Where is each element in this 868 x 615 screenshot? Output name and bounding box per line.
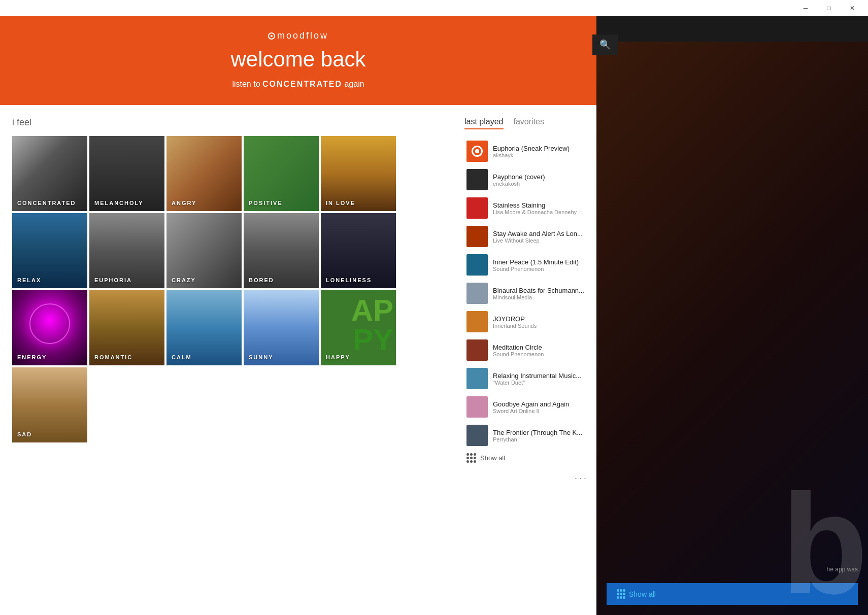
track-thumbnail — [466, 169, 488, 190]
track-artist: eriekakosh — [493, 181, 594, 187]
mood-item-bored[interactable]: BORED — [244, 213, 319, 288]
track-title: Stainless Staining — [493, 201, 594, 209]
logo-text: moodflow — [277, 30, 328, 41]
mood-label-sunny: SUNNY — [249, 354, 274, 360]
track-artist: Perrythan — [493, 436, 594, 442]
mood-item-loneliness[interactable]: LONELINESS — [321, 213, 396, 288]
mood-item-angry[interactable]: ANGRY — [166, 136, 242, 211]
mood-item-euphoria[interactable]: EUPHORIA — [89, 213, 164, 288]
app-container: moodflow welcome back listen to CONCENTR… — [0, 16, 596, 615]
mood-item-crazy[interactable]: CRAZY — [166, 213, 242, 288]
track-item[interactable]: Inner Peace (1.5 Minute Edit)Sound Pheno… — [464, 251, 596, 279]
show-all-label: Show all — [480, 454, 505, 462]
mood-item-relax[interactable]: RELAX — [12, 213, 87, 288]
track-info: Stainless StainingLisa Moore & Donnacha … — [493, 201, 594, 215]
track-info: Payphone (cover)eriekakosh — [493, 173, 594, 187]
mood-label-relax: RELAX — [17, 277, 41, 283]
track-info: Relaxing Instrumental Music..."Water Due… — [493, 372, 594, 386]
track-thumbnail — [466, 226, 488, 247]
mood-grid: CONCENTRATEDMELANCHOLYANGRYPOSITIVEIN LO… — [12, 136, 454, 442]
track-list: Euphoria (Sneak Preview)akshaykPayphone … — [464, 138, 596, 449]
track-artist: Lisa Moore & Donnacha Dennehy — [493, 209, 594, 215]
search-box[interactable]: 🔍 — [592, 35, 618, 55]
track-thumbnail — [466, 283, 488, 304]
track-item[interactable]: The Frontier (Through The K...Perrythan — [464, 422, 596, 449]
side-letter: b — [781, 473, 868, 615]
track-thumbnail — [466, 141, 488, 162]
track-title: Euphoria (Sneak Preview) — [493, 145, 594, 152]
track-info: JOYDROPInnerland Sounds — [493, 315, 594, 329]
mood-label-concentrated: CONCENTRATED — [17, 200, 76, 206]
track-title: Inner Peace (1.5 Minute Edit) — [493, 258, 594, 266]
mood-item-positive[interactable]: POSITIVE — [244, 136, 319, 211]
track-artist: akshayk — [493, 152, 594, 158]
track-item[interactable]: Meditation CircleSound Phenomenon — [464, 336, 596, 364]
mood-label-romantic: ROMANTIC — [94, 354, 132, 360]
header: moodflow welcome back listen to CONCENTR… — [0, 16, 596, 105]
mood-label-angry: ANGRY — [172, 200, 196, 206]
mood-item-concentrated[interactable]: CONCENTRATED — [12, 136, 87, 211]
minimize-button[interactable]: ─ — [794, 0, 817, 16]
app-logo: moodflow — [0, 30, 596, 41]
track-info: Meditation CircleSound Phenomenon — [493, 344, 594, 357]
listen-mood: CONCENTRATED — [262, 80, 342, 88]
mood-label-crazy: CRAZY — [172, 277, 196, 283]
track-info: Euphoria (Sneak Preview)akshayk — [493, 145, 594, 158]
track-artist: Live Without Sleep — [493, 237, 594, 244]
mood-label-energy: ENERGY — [17, 354, 47, 360]
track-item[interactable]: Stainless StainingLisa Moore & Donnacha … — [464, 194, 596, 222]
tab-last-played[interactable]: last played — [464, 117, 504, 129]
track-info: Inner Peace (1.5 Minute Edit)Sound Pheno… — [493, 258, 594, 272]
mood-item-calm[interactable]: CALM — [166, 290, 242, 365]
track-title: Relaxing Instrumental Music... — [493, 372, 594, 380]
track-thumbnail — [466, 425, 488, 446]
content-area: i feel CONCENTRATEDMELANCHOLYANGRYPOSITI… — [0, 105, 596, 615]
track-thumbnail — [466, 311, 488, 332]
track-title: Goodbye Again and Again — [493, 400, 594, 408]
mood-item-romantic[interactable]: ROMANTIC — [89, 290, 164, 365]
mood-item-in-love[interactable]: IN LOVE — [321, 136, 396, 211]
listen-prefix: listen to — [232, 80, 262, 88]
maximize-button[interactable]: □ — [817, 0, 841, 16]
listen-suffix: again — [342, 80, 364, 88]
track-title: Binaural Beats for Schumann... — [493, 287, 594, 294]
track-artist: Sword Art Online II — [493, 408, 594, 414]
mood-label-bored: BORED — [249, 277, 274, 283]
track-artist: Sound Phenomenon — [493, 351, 594, 357]
track-thumbnail — [466, 339, 488, 361]
track-item[interactable]: Euphoria (Sneak Preview)akshayk — [464, 138, 596, 165]
side-show-all-icon — [617, 589, 625, 599]
track-info: Stay Awake and Alert As Lon...Live Witho… — [493, 230, 594, 244]
mood-label-happy: HAPPY — [326, 354, 350, 360]
mood-item-energy[interactable]: ENERGY — [12, 290, 87, 365]
track-item[interactable]: Relaxing Instrumental Music..."Water Due… — [464, 365, 596, 392]
mood-label-euphoria: EUPHORIA — [94, 277, 132, 283]
window-chrome: ─ □ ✕ — [0, 0, 868, 16]
mood-label-loneliness: LONELINESS — [326, 277, 372, 283]
mood-item-melancholy[interactable]: MELANCHOLY — [89, 136, 164, 211]
bottom-dots: ... — [464, 467, 596, 486]
track-title: Meditation Circle — [493, 344, 594, 351]
show-all-row[interactable]: Show all — [464, 449, 596, 467]
mood-label-melancholy: MELANCHOLY — [94, 200, 144, 206]
tab-favorites[interactable]: favorites — [514, 117, 544, 129]
track-thumbnail — [466, 197, 488, 219]
right-panel: last played favorites Euphoria (Sneak Pr… — [454, 117, 596, 615]
search-icon: 🔍 — [599, 39, 611, 50]
mood-item-sad[interactable]: SAD — [12, 367, 87, 442]
track-item[interactable]: JOYDROPInnerland Sounds — [464, 308, 596, 335]
tabs-row: last played favorites — [464, 117, 596, 129]
track-title: JOYDROP — [493, 315, 594, 323]
track-artist: Innerland Sounds — [493, 323, 594, 329]
track-artist: "Water Duet" — [493, 380, 594, 386]
track-artist: Sound Phenomenon — [493, 266, 594, 272]
track-item[interactable]: Stay Awake and Alert As Lon...Live Witho… — [464, 223, 596, 250]
track-item[interactable]: Goodbye Again and AgainSword Art Online … — [464, 393, 596, 421]
mood-item-happy[interactable]: APPYHAPPY — [321, 290, 396, 365]
mood-item-sunny[interactable]: SUNNY — [244, 290, 319, 365]
close-button[interactable]: ✕ — [841, 0, 864, 16]
mood-label-calm: CALM — [172, 354, 192, 360]
track-thumbnail — [466, 254, 488, 276]
track-item[interactable]: Binaural Beats for Schumann...Mindsoul M… — [464, 280, 596, 307]
track-item[interactable]: Payphone (cover)eriekakosh — [464, 166, 596, 193]
